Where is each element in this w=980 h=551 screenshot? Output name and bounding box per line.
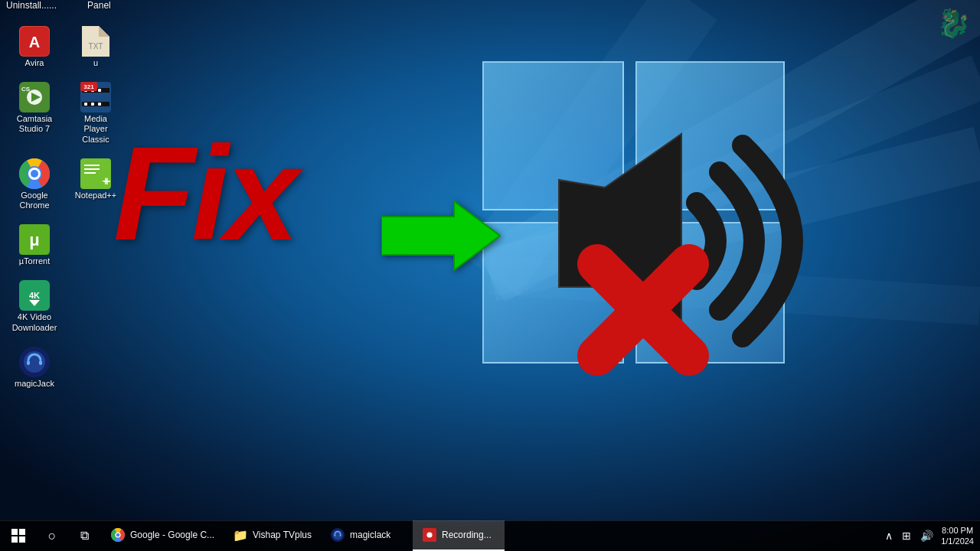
fourkdl-icon: 4K (19, 280, 50, 311)
svg-rect-54 (335, 534, 336, 536)
magicjack-taskbar-label: magiclack (350, 530, 390, 540)
camtasia-icon: CS (19, 82, 50, 112)
svg-rect-32 (84, 165, 100, 166)
desktop-icon-avira[interactable]: A Avira (8, 23, 61, 71)
camtasia-label: Camtasia Studio 7 (11, 114, 58, 134)
fix-text: Fix (113, 126, 296, 260)
chrome-taskbar-icon (110, 527, 126, 543)
tray-speaker-icon[interactable]: 🔊 (919, 528, 935, 543)
file-label: u (93, 58, 98, 68)
start-icon (11, 529, 25, 543)
dragon-watermark: 🐉 (934, 4, 972, 42)
svg-rect-44 (27, 360, 30, 365)
utorrent-icon: μ (19, 224, 50, 255)
search-icon: ○ (48, 528, 57, 544)
svg-rect-55 (340, 534, 341, 536)
svg-rect-34 (84, 172, 96, 174)
svg-text:μ: μ (29, 230, 39, 249)
mpc-label: Media Player Classic (72, 114, 119, 145)
file-icon: TXT (80, 26, 111, 57)
svg-point-51 (116, 533, 120, 537)
taskbar-app-magicjack[interactable]: magiclack (321, 520, 413, 551)
svg-text:+: + (102, 174, 109, 187)
search-button[interactable]: ○ (37, 520, 67, 551)
desktop-icon-camtasia[interactable]: CS Camtasia Studio 7 (8, 79, 61, 148)
svg-text:🐉: 🐉 (936, 7, 971, 40)
tray-display-icon[interactable]: ⊞ (900, 528, 913, 543)
svg-text:CS: CS (21, 86, 31, 93)
svg-rect-45 (39, 360, 42, 365)
chrome-label: Google Chrome (11, 191, 58, 210)
tray-date-text: 1/1/2024 (941, 536, 974, 546)
utorrent-label: µTorrent (19, 256, 51, 266)
recording-taskbar-label: Recording... (442, 530, 492, 540)
svg-point-30 (31, 170, 38, 178)
taskbar-app-chrome[interactable]: Google - Google C... (101, 520, 224, 551)
svg-rect-23 (91, 103, 94, 106)
mpc-icon: 321 (80, 82, 111, 112)
tray-time-text: 8:00 PM (941, 525, 974, 536)
svg-point-57 (426, 532, 432, 537)
svg-rect-24 (98, 103, 101, 106)
system-tray: ∧ ⊞ 🔊 8:00 PM 1/1/2024 (877, 520, 980, 551)
chrome-taskbar-label: Google - Google C... (130, 530, 214, 540)
taskbar: ○ ⧉ Google - Google C... (0, 520, 980, 551)
desktop-icon-magicjack[interactable]: magicJack (8, 344, 61, 392)
desktop: 🐉 Uninstall...... Panel A Avira (0, 0, 980, 551)
task-view-icon: ⧉ (80, 529, 89, 543)
svg-marker-46 (381, 201, 500, 270)
svg-marker-10 (99, 26, 109, 37)
vishap-taskbar-label: Vishap TVplus (253, 530, 312, 540)
task-view-button[interactable]: ⧉ (67, 520, 101, 551)
desktop-icon-chrome[interactable]: Google Chrome (8, 155, 61, 214)
magicjack-icon (19, 347, 50, 377)
taskbar-app-vishap[interactable]: 📁 Vishap TVplus (224, 520, 321, 551)
tray-chevron-icon[interactable]: ∧ (884, 528, 894, 543)
avira-icon: A (19, 26, 50, 57)
speaker-muted-icon (513, 96, 842, 390)
chrome-icon (19, 158, 50, 189)
svg-rect-21 (98, 89, 101, 92)
desktop-icon-utorrent[interactable]: μ µTorrent (8, 221, 61, 269)
desktop-icons-container: A Avira TXT u (8, 0, 122, 392)
svg-rect-33 (84, 168, 100, 170)
taskbar-app-recording[interactable]: Recording... (413, 520, 505, 551)
svg-text:TXT: TXT (89, 42, 103, 51)
green-arrow (381, 197, 504, 277)
svg-rect-22 (84, 103, 87, 106)
start-button[interactable] (0, 520, 37, 551)
svg-marker-9 (82, 26, 109, 57)
magicjack-label: magicJack (15, 379, 54, 389)
desktop-icon-file[interactable]: TXT u (69, 23, 122, 71)
recording-taskbar-icon (422, 527, 437, 543)
svg-text:321: 321 (83, 83, 94, 90)
fourkdl-label: 4K Video Downloader (11, 312, 58, 332)
svg-text:A: A (29, 34, 40, 51)
desktop-icon-4kvd[interactable]: 4K 4K Video Downloader (8, 277, 61, 335)
folder-taskbar-icon: 📁 (233, 527, 248, 543)
notepadpp-icon: + + (80, 158, 111, 189)
tray-clock[interactable]: 8:00 PM 1/1/2024 (941, 525, 974, 547)
notepadpp-label: Notepad++ (75, 191, 116, 201)
avira-label: Avira (25, 58, 44, 68)
magicjack-taskbar-icon (330, 527, 345, 543)
svg-text:4K: 4K (29, 291, 40, 300)
